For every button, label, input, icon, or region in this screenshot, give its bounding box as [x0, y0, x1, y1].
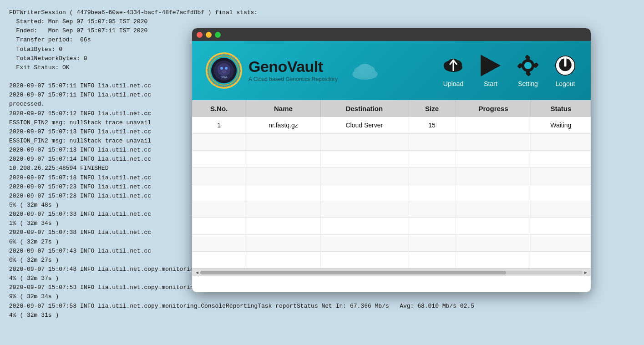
start-icon: [479, 54, 502, 77]
col-sno: S.No.: [192, 100, 246, 117]
setting-label: Setting: [518, 80, 538, 87]
empty-cell: [246, 167, 321, 184]
empty-cell: [192, 151, 246, 167]
empty-cell: [456, 134, 531, 151]
empty-cell: [408, 167, 456, 184]
scrollbar-track[interactable]: [200, 271, 583, 274]
col-progress: Progress: [456, 100, 531, 117]
empty-cell: [246, 201, 321, 218]
scrollbar-thumb[interactable]: [200, 271, 506, 274]
upload-button[interactable]: Upload: [441, 54, 465, 87]
logo-icon: DNA: [206, 52, 242, 89]
scroll-right-arrow[interactable]: ▶: [583, 270, 589, 275]
svg-point-6: [225, 67, 228, 70]
empty-cell: [192, 235, 246, 252]
horizontal-scrollbar[interactable]: ◀ ▶: [192, 269, 591, 276]
close-button[interactable]: [197, 32, 203, 38]
empty-cell: [320, 218, 408, 235]
empty-cell: [531, 167, 591, 184]
empty-cell: [192, 167, 246, 184]
empty-cell: [192, 134, 246, 151]
empty-row: [192, 151, 591, 167]
table-cell: Cloud Server: [320, 117, 408, 134]
scroll-left-arrow[interactable]: ◀: [194, 270, 200, 275]
empty-row: [192, 252, 591, 269]
file-table: S.No. Name Destination Size Progress Sta…: [192, 100, 591, 269]
svg-point-13: [358, 64, 372, 76]
table-body: 1nr.fastq.gzCloud Server15Waiting: [192, 117, 591, 269]
svg-text:DNA: DNA: [221, 76, 228, 79]
logout-button[interactable]: Logout: [553, 54, 577, 87]
start-button[interactable]: Start: [479, 54, 502, 87]
empty-row: [192, 218, 591, 235]
col-name: Name: [246, 100, 321, 117]
settings-button[interactable]: Setting: [516, 54, 540, 87]
empty-cell: [408, 151, 456, 167]
empty-cell: [531, 252, 591, 269]
maximize-button[interactable]: [215, 32, 221, 38]
logo-text: GenoVault A Cloud based Genomics Reposit…: [248, 59, 338, 82]
empty-cell: [408, 184, 456, 201]
empty-cell: [192, 184, 246, 201]
empty-cell: [246, 235, 321, 252]
empty-cell: [408, 252, 456, 269]
empty-cell: [408, 134, 456, 151]
empty-cell: [408, 235, 456, 252]
empty-cell: [192, 218, 246, 235]
col-destination: Destination: [320, 100, 408, 117]
empty-cell: [456, 167, 531, 184]
empty-cell: [320, 167, 408, 184]
svg-point-5: [220, 67, 223, 70]
empty-cell: [192, 252, 246, 269]
empty-cell: [246, 151, 321, 167]
app-subtitle: A Cloud based Genomics Repository: [248, 76, 338, 82]
cloud-decoration: [351, 58, 379, 83]
empty-row: [192, 201, 591, 218]
app-title: GenoVault: [248, 59, 338, 74]
empty-row: [192, 134, 591, 151]
empty-row: [192, 235, 591, 252]
title-bar: [192, 28, 591, 41]
empty-cell: [456, 151, 531, 167]
empty-cell: [246, 218, 321, 235]
empty-cell: [456, 184, 531, 201]
empty-cell: [531, 134, 591, 151]
power-icon: [553, 54, 577, 77]
empty-cell: [320, 134, 408, 151]
table-cell: [456, 117, 531, 134]
svg-point-29: [526, 63, 530, 68]
start-label: Start: [484, 80, 497, 87]
empty-cell: [408, 201, 456, 218]
empty-cell: [320, 252, 408, 269]
logo-area: DNA GenoVault A Cloud based Genomics Rep…: [206, 52, 338, 89]
empty-cell: [246, 134, 321, 151]
logout-label: Logout: [556, 80, 575, 87]
empty-cell: [456, 201, 531, 218]
empty-cell: [531, 201, 591, 218]
empty-cell: [246, 184, 321, 201]
empty-cell: [456, 218, 531, 235]
empty-cell: [320, 184, 408, 201]
col-size: Size: [408, 100, 456, 117]
empty-cell: [320, 201, 408, 218]
minimize-button[interactable]: [206, 32, 212, 38]
table-cell: 1: [192, 117, 246, 134]
table-row: 1nr.fastq.gzCloud Server15Waiting: [192, 117, 591, 134]
app-window: DNA GenoVault A Cloud based Genomics Rep…: [192, 28, 591, 292]
upload-label: Upload: [443, 80, 463, 87]
svg-point-7: [222, 70, 226, 73]
empty-cell: [246, 252, 321, 269]
table-cell: nr.fastq.gz: [246, 117, 321, 134]
empty-cell: [192, 201, 246, 218]
empty-row: [192, 184, 591, 201]
empty-cell: [320, 235, 408, 252]
empty-cell: [408, 218, 456, 235]
table-cell: 15: [408, 117, 456, 134]
file-table-area: S.No. Name Destination Size Progress Sta…: [192, 100, 591, 269]
empty-row: [192, 167, 591, 184]
toolbar-actions: Upload Start: [441, 54, 577, 87]
table-cell: Waiting: [531, 117, 591, 134]
col-status: Status: [531, 100, 591, 117]
table-header: S.No. Name Destination Size Progress Sta…: [192, 100, 591, 117]
empty-cell: [531, 235, 591, 252]
